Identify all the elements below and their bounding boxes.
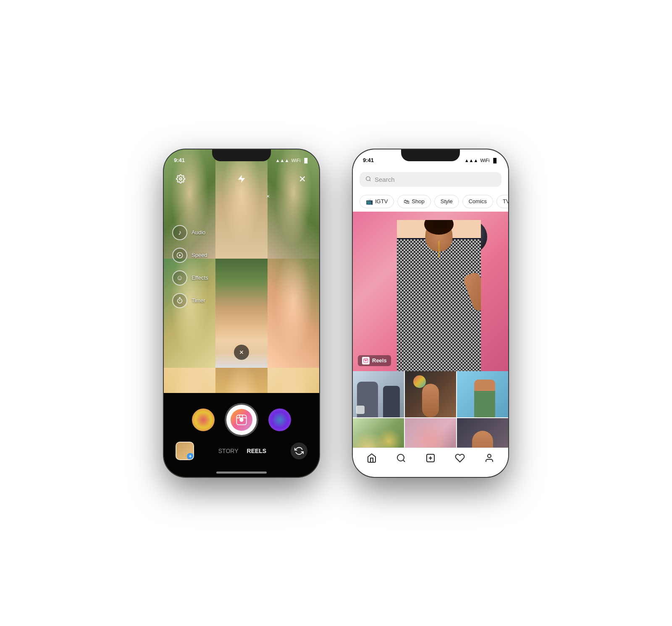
audio-control[interactable]: ♪ Audio bbox=[172, 225, 208, 240]
effects-control[interactable]: ☺ Effects bbox=[172, 270, 208, 285]
main-content-image: Reels bbox=[353, 212, 508, 371]
category-row: 📺 IGTV 🛍 Shop Style Comics TV & Movie bbox=[353, 195, 508, 208]
battery-icon-2: ▐▌ bbox=[491, 158, 498, 163]
phone-camera: 9:41 ▲▲▲ WiFi ▐▌ bbox=[164, 149, 319, 477]
camera-nav: STORY REELS bbox=[164, 435, 319, 460]
cat-tv-movies[interactable]: TV & Movie bbox=[496, 195, 508, 208]
svg-line-18 bbox=[370, 180, 371, 181]
camera-screen: 9:41 ▲▲▲ WiFi ▐▌ bbox=[164, 149, 319, 477]
status-icons-camera: ▲▲▲ WiFi ▐▌ bbox=[276, 158, 309, 163]
person-figure bbox=[397, 220, 481, 371]
speed-icon bbox=[172, 248, 187, 263]
svg-point-17 bbox=[366, 176, 370, 180]
filter-bubble-cool[interactable] bbox=[268, 409, 291, 431]
timer-icon bbox=[172, 293, 187, 308]
svg-marker-5 bbox=[179, 254, 181, 256]
svg-point-27 bbox=[488, 454, 491, 458]
search-area: Search bbox=[353, 168, 508, 190]
igtv-icon: 📺 bbox=[366, 198, 373, 205]
thumb-3[interactable] bbox=[457, 371, 508, 417]
hand bbox=[422, 384, 439, 417]
reels-badge-text: Reels bbox=[372, 357, 387, 364]
cat-shop[interactable]: 🛍 Shop bbox=[397, 195, 430, 208]
svg-line-23 bbox=[403, 460, 405, 462]
story-mode[interactable]: STORY bbox=[218, 448, 239, 454]
search-icon bbox=[365, 176, 371, 183]
reels-mode[interactable]: REELS bbox=[247, 448, 267, 454]
svg-marker-1 bbox=[238, 175, 245, 182]
close-center-button[interactable] bbox=[234, 345, 249, 360]
reels-badge: Reels bbox=[358, 355, 391, 366]
camera-controls: 9:41 ▲▲▲ WiFi ▐▌ bbox=[164, 149, 319, 477]
reels-badge-icon bbox=[362, 357, 370, 364]
explore-content: 9:41 ▲▲▲ WiFi ▐▌ Search bbox=[353, 149, 508, 477]
effects-icon: ☺ bbox=[172, 270, 187, 285]
thumb-fig-2 bbox=[383, 386, 400, 417]
search-placeholder-text: Search bbox=[375, 176, 395, 183]
timer-control[interactable]: Timer bbox=[172, 293, 208, 308]
necklace bbox=[438, 241, 440, 258]
effects-label: Effects bbox=[192, 275, 208, 281]
reels-record-icon bbox=[231, 409, 252, 431]
camera-top-controls: ✕ bbox=[164, 172, 319, 186]
cat-tv-label: TV & Movie bbox=[503, 198, 508, 204]
cat-igtv[interactable]: 📺 IGTV bbox=[360, 195, 394, 208]
create-nav-button[interactable] bbox=[424, 452, 437, 464]
status-bar-explore: 9:41 ▲▲▲ WiFi ▐▌ bbox=[353, 149, 508, 168]
wifi-icon: WiFi bbox=[291, 158, 300, 163]
explore-screen: 9:41 ▲▲▲ WiFi ▐▌ Search bbox=[353, 149, 508, 477]
audio-icon: ♪ bbox=[172, 225, 187, 240]
flash-button[interactable]: ✕ bbox=[235, 172, 248, 186]
shop-icon: 🛍 bbox=[404, 198, 410, 205]
sparkle bbox=[413, 375, 426, 388]
profile-nav-button[interactable] bbox=[483, 452, 496, 464]
side-controls: ♪ Audio Speed ☺ Effects bbox=[172, 225, 208, 308]
cat-style-label: Style bbox=[441, 198, 453, 204]
cat-comics-label: Comics bbox=[469, 198, 487, 204]
speed-control[interactable]: Speed bbox=[172, 248, 208, 263]
signal-icon-2: ▲▲▲ bbox=[465, 158, 478, 163]
filter-bubble-warm[interactable] bbox=[192, 409, 215, 431]
status-time-explore: 9:41 bbox=[363, 157, 374, 163]
bottom-nav bbox=[353, 448, 508, 469]
person-hat bbox=[474, 380, 495, 417]
phone-explore: 9:41 ▲▲▲ WiFi ▐▌ Search bbox=[353, 149, 508, 477]
svg-point-0 bbox=[179, 178, 182, 180]
cat-style[interactable]: Style bbox=[434, 195, 459, 208]
svg-point-22 bbox=[397, 454, 404, 461]
thumb-icon-1 bbox=[356, 406, 365, 414]
thumb-2[interactable] bbox=[405, 371, 456, 417]
signal-icon: ▲▲▲ bbox=[276, 158, 289, 163]
person-body bbox=[397, 220, 481, 371]
jacket-pattern bbox=[397, 239, 481, 371]
battery-icon: ▐▌ bbox=[302, 158, 309, 163]
record-inner bbox=[229, 408, 254, 432]
home-nav-button[interactable] bbox=[365, 452, 378, 464]
svg-point-13 bbox=[239, 418, 243, 422]
thumb-1[interactable] bbox=[353, 371, 404, 417]
camera-bottom: STORY REELS bbox=[164, 393, 319, 477]
cat-igtv-label: IGTV bbox=[375, 198, 388, 204]
svg-point-20 bbox=[365, 360, 367, 361]
home-indicator-1 bbox=[216, 471, 267, 474]
settings-button[interactable] bbox=[174, 172, 187, 186]
timer-label: Timer bbox=[192, 297, 205, 304]
wifi-icon-2: WiFi bbox=[480, 158, 489, 163]
record-row bbox=[192, 405, 291, 435]
mode-selector: STORY REELS bbox=[218, 448, 266, 454]
cat-comics[interactable]: Comics bbox=[462, 195, 493, 208]
cat-shop-label: Shop bbox=[412, 198, 424, 204]
status-bar-camera: 9:41 ▲▲▲ WiFi ▐▌ bbox=[164, 149, 319, 168]
record-button[interactable] bbox=[226, 405, 257, 435]
audio-label: Audio bbox=[192, 229, 205, 236]
status-icons-explore: ▲▲▲ WiFi ▐▌ bbox=[465, 158, 498, 163]
speed-label: Speed bbox=[192, 252, 207, 258]
gallery-thumbnail[interactable] bbox=[176, 442, 194, 460]
home-indicator-2 bbox=[405, 471, 456, 474]
search-bar[interactable]: Search bbox=[360, 172, 501, 187]
flip-camera-button[interactable] bbox=[291, 443, 307, 459]
search-nav-button[interactable] bbox=[395, 452, 407, 464]
close-button[interactable] bbox=[296, 172, 309, 186]
status-time-camera: 9:41 bbox=[174, 157, 185, 163]
likes-nav-button[interactable] bbox=[454, 452, 466, 464]
